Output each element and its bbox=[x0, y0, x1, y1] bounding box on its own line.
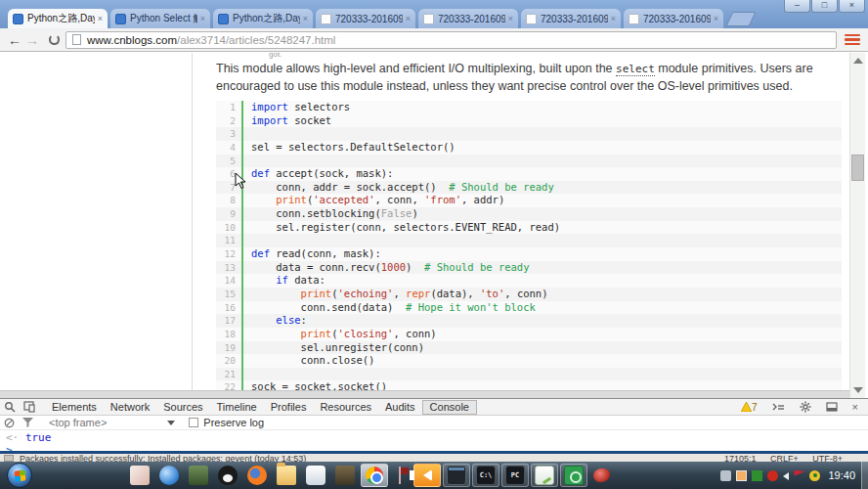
clear-console-icon[interactable] bbox=[4, 418, 15, 428]
tray-orange-icon[interactable] bbox=[736, 470, 747, 481]
minimize-button[interactable]: – bbox=[784, 0, 810, 13]
warning-icon[interactable]: 7 bbox=[741, 402, 758, 413]
tab-strip: Python之路,Day9 × Python Select 解 × Python… bbox=[0, 0, 868, 28]
tab-close-icon[interactable]: × bbox=[611, 14, 616, 23]
devtools-tab-network[interactable]: Network bbox=[104, 400, 156, 415]
tab-title: 720333-2016091 bbox=[438, 14, 505, 24]
tray-volume-icon[interactable] bbox=[783, 472, 789, 480]
devtools-toolbar: ElementsNetworkSourcesTimelineProfilesRe… bbox=[0, 399, 868, 416]
line-ending[interactable]: CRLF+ bbox=[770, 454, 799, 462]
settings-gear-icon[interactable] bbox=[800, 401, 811, 413]
warning-count: 7 bbox=[752, 402, 758, 413]
line-number: 16 bbox=[216, 301, 241, 315]
address-bar[interactable]: www.cnblogs.com/alex3714/articles/524824… bbox=[65, 31, 837, 49]
devtools-tab-sources[interactable]: Sources bbox=[156, 400, 209, 415]
briefcase-icon[interactable] bbox=[335, 466, 355, 485]
chrome-taskbar-button[interactable] bbox=[361, 464, 388, 487]
devtools-tab-console[interactable]: Console bbox=[422, 400, 477, 415]
horizontal-scrollbar[interactable] bbox=[0, 390, 849, 398]
chrome-icon bbox=[366, 467, 383, 484]
browser-tab[interactable]: Python之路,Day9 × bbox=[213, 9, 313, 28]
tab-close-icon[interactable]: × bbox=[303, 14, 308, 23]
code-text: sel.register(conn, selectors.EVENT_READ,… bbox=[241, 221, 842, 235]
browser-tab[interactable]: Python Select 解 × bbox=[110, 9, 210, 28]
close-button[interactable]: × bbox=[839, 0, 865, 13]
tab-close-icon[interactable]: × bbox=[714, 14, 718, 23]
browser-tab[interactable]: 720333-2016091 × bbox=[521, 9, 621, 28]
browser-tab[interactable]: 720333-2016091 × bbox=[316, 9, 415, 28]
screenshot-taskbar-button[interactable] bbox=[560, 464, 587, 487]
line-number: 17 bbox=[216, 314, 241, 328]
console-filter-bar: <top frame> Preserve log bbox=[0, 416, 868, 430]
browser-tab[interactable]: 720333-2016091 × bbox=[418, 9, 518, 28]
tray-sync-icon[interactable] bbox=[809, 470, 820, 481]
filter-funnel-icon[interactable] bbox=[22, 418, 33, 427]
browser-tab[interactable]: 720333-2016091 × bbox=[624, 9, 723, 28]
forward-icon[interactable]: → bbox=[23, 32, 41, 48]
tab-close-icon[interactable]: × bbox=[406, 14, 411, 23]
scrollbar-thumb[interactable] bbox=[851, 155, 864, 181]
cnblogs-favicon-icon bbox=[218, 14, 229, 24]
tray-record-icon[interactable] bbox=[767, 470, 778, 481]
speaker-taskbar-button[interactable] bbox=[413, 464, 441, 487]
red-app-icon[interactable] bbox=[593, 468, 610, 482]
chat-icon[interactable] bbox=[306, 466, 326, 485]
vertical-scrollbar[interactable] bbox=[849, 53, 865, 398]
folder-icon[interactable] bbox=[277, 466, 296, 485]
encoding[interactable]: UTF-8+ bbox=[812, 454, 843, 462]
frame-selector-dropdown-icon[interactable] bbox=[167, 421, 175, 425]
qq-icon[interactable] bbox=[218, 466, 238, 485]
flag-icon[interactable] bbox=[394, 467, 408, 484]
scroll-up-arrow-icon[interactable] bbox=[853, 58, 863, 64]
preserve-log-checkbox[interactable] bbox=[189, 418, 198, 427]
green-app-icon[interactable] bbox=[189, 466, 208, 485]
taskbar: C:\PC 19:40 bbox=[0, 462, 868, 489]
browser-tab[interactable]: Python之路,Day9 × bbox=[8, 9, 108, 28]
start-button[interactable] bbox=[7, 463, 32, 488]
inspect-icon[interactable] bbox=[4, 401, 16, 413]
devtools-tab-audits[interactable]: Audits bbox=[378, 400, 422, 415]
new-tab-button[interactable] bbox=[726, 12, 757, 26]
line-number: 11 bbox=[216, 234, 241, 247]
screenshot-icon bbox=[564, 466, 584, 485]
file-favicon-icon bbox=[423, 14, 434, 24]
maximize-button[interactable]: □ bbox=[811, 0, 838, 13]
back-icon[interactable]: ← bbox=[6, 32, 23, 48]
tray-flag-icon[interactable] bbox=[794, 470, 804, 481]
chrome-menu-icon[interactable] bbox=[845, 32, 860, 48]
internet-globe-icon[interactable] bbox=[159, 466, 179, 485]
device-mode-icon[interactable] bbox=[23, 401, 35, 413]
tray-green-icon[interactable] bbox=[752, 470, 762, 481]
file-favicon-icon bbox=[629, 14, 639, 24]
notepad-taskbar-button[interactable] bbox=[531, 464, 558, 487]
line-number: 19 bbox=[216, 341, 241, 355]
firefox-icon[interactable] bbox=[247, 466, 267, 485]
status-message: Packages installed successfully: Install… bbox=[20, 454, 306, 462]
pc-app-icon: PC bbox=[505, 466, 525, 485]
pc-app-taskbar-button[interactable]: PC bbox=[501, 464, 529, 487]
code-text: def read(conn, mask): bbox=[241, 247, 842, 261]
frame-selector[interactable]: <top frame> bbox=[49, 417, 107, 428]
reload-icon[interactable] bbox=[49, 34, 60, 45]
cmd-icon: C:\ bbox=[476, 466, 496, 485]
devtools-tab-profiles[interactable]: Profiles bbox=[264, 400, 314, 415]
caret-position[interactable]: 17105:1 bbox=[724, 454, 757, 462]
cmd-taskbar-button[interactable]: C:\ bbox=[472, 464, 499, 487]
show-desktop-button[interactable] bbox=[861, 462, 868, 489]
devtools-tab-elements[interactable]: Elements bbox=[45, 400, 104, 415]
paint-icon[interactable] bbox=[130, 466, 150, 485]
tab-close-icon[interactable]: × bbox=[508, 14, 513, 23]
console-drawer-icon[interactable] bbox=[772, 402, 785, 412]
taskbar-clock[interactable]: 19:40 bbox=[828, 469, 855, 481]
tab-close-icon[interactable]: × bbox=[98, 14, 103, 23]
tray-device-icon[interactable] bbox=[720, 470, 731, 481]
devtools-tab-resources[interactable]: Resources bbox=[313, 400, 378, 415]
terminal-taskbar-button[interactable] bbox=[443, 464, 470, 487]
tab-close-icon[interactable]: × bbox=[200, 14, 205, 23]
dock-side-icon[interactable] bbox=[826, 402, 838, 412]
devtools-close-icon[interactable]: × bbox=[852, 401, 858, 413]
devtools-tab-timeline[interactable]: Timeline bbox=[210, 400, 264, 415]
code-line: 4sel = selectors.DefaultSelector() bbox=[216, 141, 842, 155]
scroll-down-arrow-icon[interactable] bbox=[853, 387, 863, 393]
code-text: if data: bbox=[241, 274, 842, 288]
